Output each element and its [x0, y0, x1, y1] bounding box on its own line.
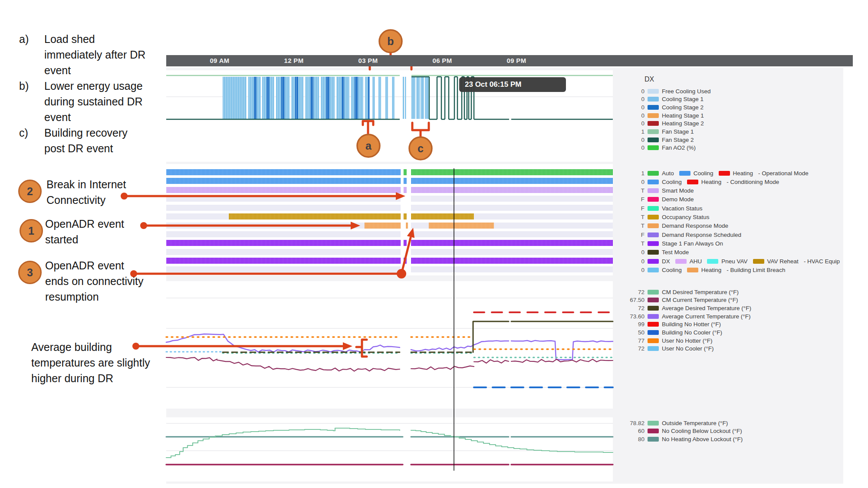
- legend-label: Fan Stage 2: [662, 137, 694, 143]
- marker-label-c: c: [418, 142, 424, 154]
- legend-label: User No Cooler (°F): [662, 345, 713, 352]
- seg-texture: [429, 223, 494, 229]
- bar-texture: [248, 77, 254, 119]
- legend-swatch: [687, 180, 698, 184]
- legend-row-mode[interactable]: TOccupancy Status: [625, 214, 715, 221]
- legend-swatch: [648, 233, 659, 237]
- legend-label: No Cooling Below Lockout (°F): [662, 428, 742, 434]
- legend-row-dx[interactable]: 1Fan Stage 1: [625, 128, 699, 135]
- bar-texture: [365, 77, 368, 119]
- bar-texture: [368, 77, 370, 119]
- legend-row-temp[interactable]: 72CM Desired Temperature (°F): [625, 288, 744, 295]
- legend-swatch: [648, 429, 659, 433]
- legend-row-temp[interactable]: 99Building No Hotter (°F): [625, 321, 726, 328]
- legend-swatch: [648, 346, 659, 351]
- abc-marker: a): [19, 31, 44, 78]
- legend-row-temp[interactable]: 72Average Desired Temperature (°F): [625, 305, 756, 311]
- legend-label: AHU: [690, 258, 702, 265]
- series-cm-current-temp: [411, 366, 474, 370]
- legend-row-outside[interactable]: 80No Heating Above Lockout (°F): [625, 436, 748, 442]
- legend-label: Fan Stage 1: [662, 128, 694, 135]
- marker-label-b: b: [387, 35, 394, 47]
- legend-value: T: [625, 223, 644, 229]
- status-row-building-limit-breach: [166, 266, 401, 272]
- legend-row-mode[interactable]: 0Test Mode: [625, 249, 694, 256]
- legend-swatch: [648, 259, 659, 264]
- legend-label: Heating: [733, 170, 753, 177]
- bar-texture: [276, 77, 281, 119]
- legend-label: No Heating Above Lockout (°F): [662, 436, 743, 442]
- legend-swatch: [648, 97, 659, 102]
- legend-value: 72: [625, 345, 644, 352]
- series-cm-current-temp: [289, 368, 400, 371]
- legend-swatch: [648, 215, 659, 219]
- seg-texture: [411, 187, 613, 193]
- legend-row-outside[interactable]: 78.82Outside Temperature (°F): [625, 419, 733, 426]
- legend-row-temp[interactable]: 67.50CM Current Temperature (°F): [625, 297, 743, 304]
- series-avg-desired-temp: [473, 321, 509, 352]
- legend-row-mode[interactable]: 1AutoCoolingHeating- Operational Mode: [625, 170, 809, 177]
- legend-row-temp[interactable]: 72User No Cooler (°F): [625, 345, 719, 352]
- bar-texture: [305, 77, 310, 119]
- legend-row-mode[interactable]: FDemo Mode: [625, 196, 699, 203]
- legend-value: 0: [625, 112, 644, 119]
- seg-texture: [229, 213, 401, 219]
- legend-row-temp[interactable]: 77User No Hotter (°F): [625, 337, 717, 344]
- legend-swatch: [753, 259, 764, 264]
- series-cm-current-temp: [217, 360, 289, 370]
- legend-row-mode[interactable]: 0DXAHUPneu VAVVAV Reheat- HVAC Equip: [625, 258, 840, 265]
- bar-texture: [266, 77, 270, 119]
- legend-label: Demand Response Mode: [662, 223, 728, 229]
- legend-row-mode[interactable]: 0CoolingHeating- Conditioning Mode: [625, 178, 779, 185]
- legend-row-mode[interactable]: TSmart Mode: [625, 187, 699, 194]
- legend-row-dx[interactable]: 0Free Cooling Used: [625, 88, 716, 95]
- legend-swatch: [648, 223, 659, 228]
- legend-row-mode[interactable]: FDemand Response Scheduled: [625, 231, 746, 238]
- legend-row-temp[interactable]: 50Building No Cooler (°F): [625, 329, 727, 336]
- legend-value: T: [625, 187, 644, 194]
- status-row-building-limit-breach: [411, 266, 613, 272]
- legend-row-dx[interactable]: 0Heating Stage 2: [625, 120, 709, 127]
- temperature-note: Average buildingtemperatures are slightl…: [31, 339, 150, 386]
- bar-texture: [291, 77, 295, 119]
- legend-row-dx[interactable]: 0Heating Stage 1: [625, 112, 709, 119]
- legend-row-mode[interactable]: TStage 1 Fan Always On: [625, 240, 728, 247]
- legend-label: Heating: [701, 267, 722, 273]
- legend-row-dx[interactable]: 0Fan Stage 2: [625, 136, 699, 143]
- legend-swatch: [648, 314, 659, 319]
- legend-swatch: [648, 105, 659, 110]
- series-outside-temp: [411, 430, 613, 452]
- bar-texture: [254, 77, 256, 119]
- legend-row-temp[interactable]: 73.60Average Current Temperature (°F): [625, 313, 756, 320]
- legend-swatch: [648, 188, 659, 193]
- bar-texture: [281, 77, 285, 119]
- legend-swatch: [648, 437, 659, 442]
- status-row-test-mode: [166, 249, 401, 255]
- legend-row-mode[interactable]: TDemand Response Mode: [625, 223, 733, 229]
- legend-label: Outside Temperature (°F): [662, 420, 728, 426]
- dx-legend-title: DX: [644, 75, 654, 83]
- legend-row-outside[interactable]: 60No Cooling Below Lockout (°F): [625, 428, 747, 435]
- bar-texture: [405, 77, 406, 119]
- legend-row-dx[interactable]: 0Cooling Stage 2: [625, 104, 709, 111]
- legend-row-mode[interactable]: FVacation Status: [625, 205, 708, 212]
- legend-swatch: [707, 259, 718, 264]
- abc-text: Building recoverypost DR event: [44, 125, 128, 156]
- legend-suffix: - HVAC Equip: [804, 258, 840, 265]
- legend-label: VAV Reheat: [767, 258, 799, 265]
- timeline-label: 03 PM: [358, 55, 378, 66]
- legend-value: 0: [625, 249, 644, 255]
- abc-text: Lower energy usageduring sustained DReve…: [44, 78, 143, 125]
- callout-circle-3: 3: [18, 261, 42, 284]
- arrow-origin-dot: [140, 222, 147, 229]
- timeline-bar[interactable]: 09 AM12 PM03 PM06 PM09 PM: [166, 55, 853, 66]
- legend-swatch: [648, 290, 659, 295]
- timeline-label: 12 PM: [284, 55, 304, 66]
- legend-row-dx[interactable]: 0Cooling Stage 1: [625, 96, 709, 103]
- bar-gap: [415, 77, 416, 119]
- legend-label: Auto: [662, 170, 674, 177]
- legend-swatch: [648, 113, 659, 118]
- legend-row-dx[interactable]: 0Fan AO2 (%): [625, 144, 701, 151]
- legend-label: Pneu VAV: [721, 258, 747, 265]
- legend-row-mode[interactable]: 0CoolingHeating- Building Limit Breach: [625, 266, 785, 273]
